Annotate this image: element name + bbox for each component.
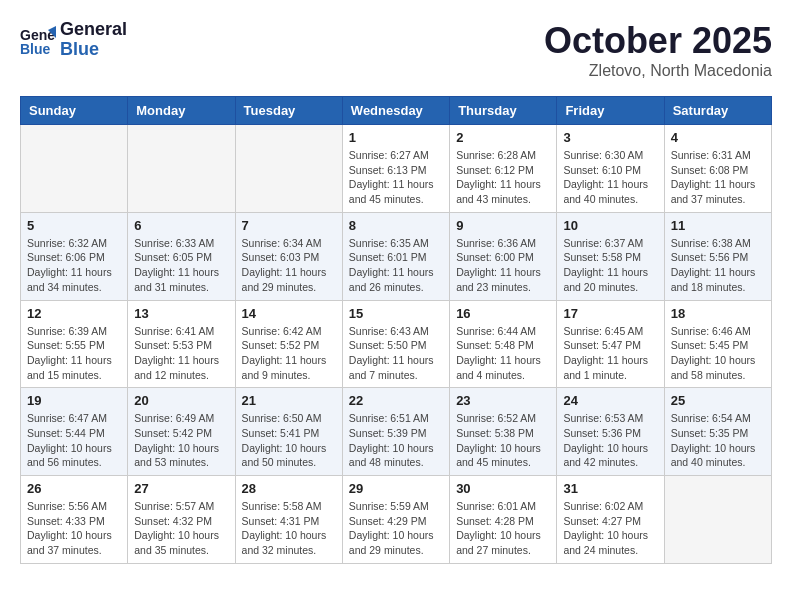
calendar-cell: 31Sunrise: 6:02 AM Sunset: 4:27 PM Dayli… [557,476,664,564]
calendar-cell: 27Sunrise: 5:57 AM Sunset: 4:32 PM Dayli… [128,476,235,564]
day-info: Sunrise: 6:39 AM Sunset: 5:55 PM Dayligh… [27,324,121,383]
day-number: 17 [563,306,657,321]
day-header-sunday: Sunday [21,97,128,125]
calendar-cell [235,125,342,213]
calendar-week-row: 1Sunrise: 6:27 AM Sunset: 6:13 PM Daylig… [21,125,772,213]
calendar-cell: 26Sunrise: 5:56 AM Sunset: 4:33 PM Dayli… [21,476,128,564]
day-info: Sunrise: 6:01 AM Sunset: 4:28 PM Dayligh… [456,499,550,558]
location-subtitle: Zletovo, North Macedonia [544,62,772,80]
day-number: 13 [134,306,228,321]
logo-general: General [60,20,127,40]
day-info: Sunrise: 6:34 AM Sunset: 6:03 PM Dayligh… [242,236,336,295]
svg-text:Blue: Blue [20,41,51,57]
day-number: 23 [456,393,550,408]
day-header-saturday: Saturday [664,97,771,125]
calendar-cell: 22Sunrise: 6:51 AM Sunset: 5:39 PM Dayli… [342,388,449,476]
day-info: Sunrise: 6:38 AM Sunset: 5:56 PM Dayligh… [671,236,765,295]
day-number: 11 [671,218,765,233]
day-number: 8 [349,218,443,233]
day-number: 27 [134,481,228,496]
day-number: 31 [563,481,657,496]
calendar-cell: 28Sunrise: 5:58 AM Sunset: 4:31 PM Dayli… [235,476,342,564]
day-header-thursday: Thursday [450,97,557,125]
day-number: 24 [563,393,657,408]
day-header-tuesday: Tuesday [235,97,342,125]
day-info: Sunrise: 6:54 AM Sunset: 5:35 PM Dayligh… [671,411,765,470]
calendar-cell: 24Sunrise: 6:53 AM Sunset: 5:36 PM Dayli… [557,388,664,476]
calendar-cell: 15Sunrise: 6:43 AM Sunset: 5:50 PM Dayli… [342,300,449,388]
day-info: Sunrise: 6:30 AM Sunset: 6:10 PM Dayligh… [563,148,657,207]
day-info: Sunrise: 6:46 AM Sunset: 5:45 PM Dayligh… [671,324,765,383]
day-number: 19 [27,393,121,408]
day-info: Sunrise: 5:58 AM Sunset: 4:31 PM Dayligh… [242,499,336,558]
logo-icon: General Blue [20,22,56,58]
day-header-friday: Friday [557,97,664,125]
day-number: 30 [456,481,550,496]
calendar-cell: 19Sunrise: 6:47 AM Sunset: 5:44 PM Dayli… [21,388,128,476]
calendar-cell: 11Sunrise: 6:38 AM Sunset: 5:56 PM Dayli… [664,212,771,300]
calendar-cell: 3Sunrise: 6:30 AM Sunset: 6:10 PM Daylig… [557,125,664,213]
day-number: 6 [134,218,228,233]
calendar-cell: 12Sunrise: 6:39 AM Sunset: 5:55 PM Dayli… [21,300,128,388]
day-number: 26 [27,481,121,496]
day-number: 2 [456,130,550,145]
day-info: Sunrise: 6:37 AM Sunset: 5:58 PM Dayligh… [563,236,657,295]
day-info: Sunrise: 6:49 AM Sunset: 5:42 PM Dayligh… [134,411,228,470]
day-info: Sunrise: 6:32 AM Sunset: 6:06 PM Dayligh… [27,236,121,295]
calendar-week-row: 5Sunrise: 6:32 AM Sunset: 6:06 PM Daylig… [21,212,772,300]
calendar-week-row: 12Sunrise: 6:39 AM Sunset: 5:55 PM Dayli… [21,300,772,388]
calendar-cell: 10Sunrise: 6:37 AM Sunset: 5:58 PM Dayli… [557,212,664,300]
calendar-cell: 14Sunrise: 6:42 AM Sunset: 5:52 PM Dayli… [235,300,342,388]
calendar-cell: 30Sunrise: 6:01 AM Sunset: 4:28 PM Dayli… [450,476,557,564]
calendar-cell: 21Sunrise: 6:50 AM Sunset: 5:41 PM Dayli… [235,388,342,476]
day-info: Sunrise: 6:36 AM Sunset: 6:00 PM Dayligh… [456,236,550,295]
day-info: Sunrise: 6:52 AM Sunset: 5:38 PM Dayligh… [456,411,550,470]
calendar-cell: 25Sunrise: 6:54 AM Sunset: 5:35 PM Dayli… [664,388,771,476]
calendar-header-row: SundayMondayTuesdayWednesdayThursdayFrid… [21,97,772,125]
title-block: October 2025 Zletovo, North Macedonia [544,20,772,80]
day-info: Sunrise: 6:31 AM Sunset: 6:08 PM Dayligh… [671,148,765,207]
day-header-wednesday: Wednesday [342,97,449,125]
day-number: 16 [456,306,550,321]
day-number: 10 [563,218,657,233]
calendar-cell [128,125,235,213]
day-number: 18 [671,306,765,321]
day-number: 7 [242,218,336,233]
day-number: 4 [671,130,765,145]
calendar-cell: 29Sunrise: 5:59 AM Sunset: 4:29 PM Dayli… [342,476,449,564]
calendar-week-row: 26Sunrise: 5:56 AM Sunset: 4:33 PM Dayli… [21,476,772,564]
day-info: Sunrise: 6:45 AM Sunset: 5:47 PM Dayligh… [563,324,657,383]
day-info: Sunrise: 6:41 AM Sunset: 5:53 PM Dayligh… [134,324,228,383]
calendar-cell: 7Sunrise: 6:34 AM Sunset: 6:03 PM Daylig… [235,212,342,300]
calendar-cell: 2Sunrise: 6:28 AM Sunset: 6:12 PM Daylig… [450,125,557,213]
day-info: Sunrise: 5:56 AM Sunset: 4:33 PM Dayligh… [27,499,121,558]
month-title: October 2025 [544,20,772,62]
day-info: Sunrise: 6:33 AM Sunset: 6:05 PM Dayligh… [134,236,228,295]
calendar-cell: 6Sunrise: 6:33 AM Sunset: 6:05 PM Daylig… [128,212,235,300]
day-number: 21 [242,393,336,408]
day-number: 29 [349,481,443,496]
logo-blue: Blue [60,40,127,60]
calendar-cell: 20Sunrise: 6:49 AM Sunset: 5:42 PM Dayli… [128,388,235,476]
day-number: 20 [134,393,228,408]
day-info: Sunrise: 6:27 AM Sunset: 6:13 PM Dayligh… [349,148,443,207]
calendar-cell: 4Sunrise: 6:31 AM Sunset: 6:08 PM Daylig… [664,125,771,213]
day-info: Sunrise: 6:53 AM Sunset: 5:36 PM Dayligh… [563,411,657,470]
calendar-week-row: 19Sunrise: 6:47 AM Sunset: 5:44 PM Dayli… [21,388,772,476]
day-header-monday: Monday [128,97,235,125]
calendar-cell [21,125,128,213]
calendar-cell: 5Sunrise: 6:32 AM Sunset: 6:06 PM Daylig… [21,212,128,300]
calendar-cell [664,476,771,564]
day-info: Sunrise: 6:44 AM Sunset: 5:48 PM Dayligh… [456,324,550,383]
calendar-cell: 9Sunrise: 6:36 AM Sunset: 6:00 PM Daylig… [450,212,557,300]
day-info: Sunrise: 6:42 AM Sunset: 5:52 PM Dayligh… [242,324,336,383]
day-info: Sunrise: 6:35 AM Sunset: 6:01 PM Dayligh… [349,236,443,295]
day-info: Sunrise: 5:59 AM Sunset: 4:29 PM Dayligh… [349,499,443,558]
calendar-table: SundayMondayTuesdayWednesdayThursdayFrid… [20,96,772,564]
calendar-cell: 17Sunrise: 6:45 AM Sunset: 5:47 PM Dayli… [557,300,664,388]
day-number: 14 [242,306,336,321]
calendar-cell: 23Sunrise: 6:52 AM Sunset: 5:38 PM Dayli… [450,388,557,476]
day-info: Sunrise: 6:50 AM Sunset: 5:41 PM Dayligh… [242,411,336,470]
day-number: 1 [349,130,443,145]
day-number: 12 [27,306,121,321]
